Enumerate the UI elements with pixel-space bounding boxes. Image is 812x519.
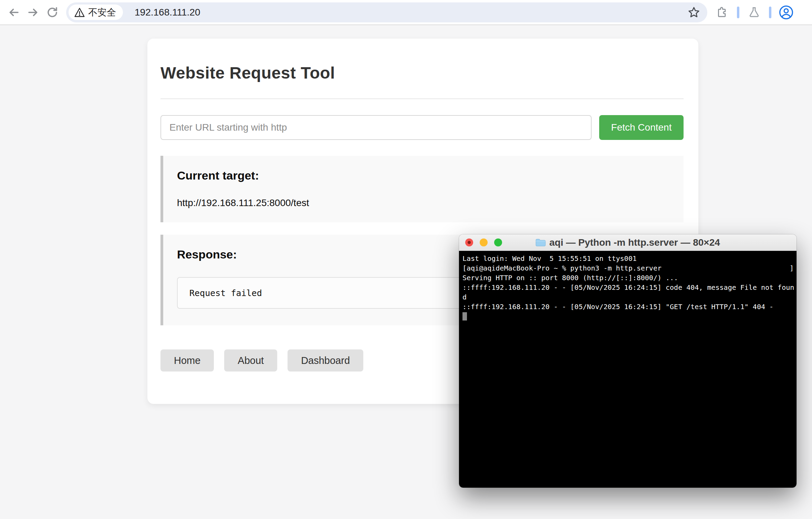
terminal-right-bracket: ] (790, 263, 794, 273)
back-button[interactable] (4, 3, 23, 22)
reload-icon (46, 6, 59, 19)
terminal-line: Last login: Wed Nov 5 15:55:51 on ttys00… (462, 254, 794, 263)
current-target-heading: Current target: (177, 169, 672, 182)
url-input[interactable] (160, 115, 592, 140)
terminal-window[interactable]: aqi — Python -m http.server — 80×24 Last… (459, 234, 797, 488)
traffic-lights (465, 238, 502, 246)
screen: 不安全 192.168.111.20 (0, 0, 812, 519)
terminal-line: d (462, 292, 794, 302)
current-target-panel: Current target: http://192.168.111.25:80… (160, 156, 684, 222)
page-title: Website Request Tool (160, 63, 684, 82)
toolbar-right (714, 4, 795, 21)
address-bar[interactable]: 不安全 192.168.111.20 (66, 2, 707, 22)
extensions-puzzle-icon (716, 6, 728, 19)
reload-button[interactable] (43, 3, 62, 22)
toolbar-divider (769, 7, 771, 18)
bookmark-star-icon (687, 6, 700, 19)
web-page: Website Request Tool Fetch Content Curre… (0, 26, 812, 519)
terminal-output[interactable]: Last login: Wed Nov 5 15:55:51 on ttys00… (459, 251, 797, 488)
terminal-line: ::ffff:192.168.111.20 - - [05/Nov/2025 1… (462, 283, 794, 292)
folder-icon (535, 238, 546, 247)
fetch-content-button[interactable]: Fetch Content (599, 115, 684, 140)
about-button[interactable]: About (224, 349, 277, 372)
bookmark-button[interactable] (685, 4, 702, 21)
terminal-line: Serving HTTP on :: port 8000 (http://[::… (462, 273, 794, 283)
current-target-value: http://192.168.111.25:8000/test (177, 197, 672, 208)
profile-button[interactable] (778, 4, 795, 21)
zoom-window-button[interactable] (494, 238, 502, 246)
response-value: Request failed (189, 288, 262, 298)
dashboard-button[interactable]: Dashboard (288, 349, 363, 372)
back-arrow-icon (8, 6, 20, 19)
security-chip[interactable]: 不安全 (69, 4, 123, 20)
extensions-button[interactable] (714, 4, 731, 21)
security-chip-label: 不安全 (88, 6, 116, 19)
terminal-cursor-line (462, 312, 794, 321)
warning-triangle-icon (74, 7, 85, 18)
terminal-title: aqi — Python -m http.server — 80×24 (459, 237, 797, 248)
terminal-titlebar[interactable]: aqi — Python -m http.server — 80×24 (459, 234, 797, 251)
close-window-button[interactable] (465, 238, 473, 246)
flask-icon (748, 6, 760, 19)
toolbar-divider (737, 7, 739, 18)
terminal-cursor (462, 312, 467, 320)
home-button[interactable]: Home (160, 349, 214, 372)
browser-toolbar: 不安全 192.168.111.20 (0, 0, 812, 25)
profile-avatar-icon (779, 5, 794, 20)
terminal-line: [aqi@aqideMacBook-Pro ~ % python3 -m htt… (462, 263, 794, 273)
title-divider (160, 98, 684, 99)
terminal-line: ::ffff:192.168.111.20 - - [05/Nov/2025 1… (462, 302, 794, 312)
experiments-button[interactable] (746, 4, 763, 21)
url-form: Fetch Content (160, 115, 684, 140)
forward-arrow-icon (27, 6, 39, 19)
minimize-window-button[interactable] (480, 238, 488, 246)
forward-button[interactable] (23, 3, 43, 22)
url-text[interactable]: 192.168.111.20 (135, 7, 685, 18)
